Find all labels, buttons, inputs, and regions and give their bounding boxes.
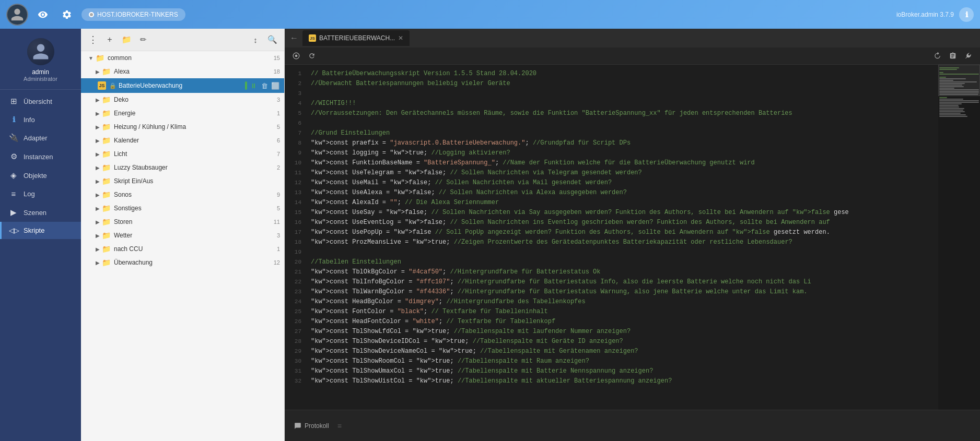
tree-group-energie[interactable]: ▶ 📁 Energie 1 — [81, 106, 284, 120]
file-tree-panel: ⋮ + 📁 ✏ ↕ 🔍 ▼ 📁 common 15 ▶ 📁 Alexa 18 — [81, 29, 285, 441]
common-name: common — [108, 54, 274, 62]
tab-back-btn[interactable]: ← — [287, 33, 301, 43]
rename-btn[interactable]: ✏ — [136, 33, 150, 46]
refresh-btn[interactable] — [306, 50, 318, 62]
tree-group-sonos[interactable]: ▶ 📁 Sonos 9 — [81, 188, 284, 201]
info-icon-btn[interactable]: ℹ — [959, 7, 974, 22]
add-folder-btn[interactable]: 📁 — [120, 33, 133, 46]
wetter-arrow: ▶ — [96, 233, 100, 239]
sidebar: admin Administrator ⊞ Übersicht ℹ Info 🔌… — [0, 29, 81, 441]
sidebar-item-objekte[interactable]: ◈ Objekte — [0, 166, 81, 185]
tree-group-common[interactable]: ▼ 📁 common 15 — [81, 51, 284, 65]
tree-item-batterieueberwachung[interactable]: JS 🔒 BatterieUeberwachung ⏸ 🗑 ⬜ — [81, 78, 284, 93]
code-line-12: "kw">const UseMail = "kw">false; // Soll… — [311, 178, 938, 188]
tree-group-alexa[interactable]: ▶ 📁 Alexa 18 — [81, 65, 284, 78]
tree-group-skrip-ein[interactable]: ▶ 📁 Skript Ein/Aus — [81, 174, 284, 188]
sidebar-item-info[interactable]: ℹ Info — [0, 111, 81, 128]
protokoll-label: Protokoll — [305, 422, 329, 430]
deko-folder-icon: 📁 — [102, 96, 111, 104]
lock-icon: 🔒 — [109, 82, 116, 89]
sidebar-item-adapter[interactable]: 🔌 Adapter — [0, 128, 81, 147]
storen-folder-icon: 📁 — [102, 218, 111, 226]
code-line-22: "kw">const TblInfoBgColor = "#ffc107"; /… — [311, 277, 938, 287]
host-pill[interactable]: HOST.IOBROKER-TINKERS — [81, 8, 185, 21]
sonstiges-folder-icon: 📁 — [102, 204, 111, 212]
common-arrow: ▼ — [88, 55, 94, 61]
code-line-30: "kw">const TblShowRoomCol = "kw">true; /… — [311, 356, 938, 366]
objekte-icon: ◈ — [9, 171, 18, 180]
wrench-btn[interactable] — [962, 50, 975, 62]
eye-button[interactable] — [33, 5, 52, 24]
batterie-pause-btn[interactable]: ⏸ — [249, 81, 258, 90]
tree-group-kalender[interactable]: ▶ 📁 Kalender 6 — [81, 134, 284, 147]
tree-group-luzzy[interactable]: ▶ 📁 Luzzy Staubsauger 2 — [81, 161, 284, 174]
code-line-23: "kw">const TblWarnBgColor = "#f44336"; /… — [311, 287, 938, 297]
bottom-drag-handle[interactable]: ≡ — [337, 422, 342, 430]
code-line-32: "kw">const TblShowUistCol = "kw">true; /… — [311, 376, 938, 386]
tab-label: BATTERIEUEBERWACH... — [319, 34, 395, 42]
code-line-21: "kw">const TblOkBgColor = "#4caf50"; //H… — [311, 267, 938, 277]
tree-group-ueberwachung[interactable]: ▶ 📁 Überwachung 12 — [81, 256, 284, 269]
kalender-arrow: ▶ — [96, 138, 100, 144]
line-numbers: 1234567891011121314151617181920212223242… — [285, 65, 307, 410]
code-line-7: //Grund Einstellungen — [311, 128, 938, 138]
sidebar-item-log[interactable]: ≡ Log — [0, 185, 81, 203]
heizung-count: 5 — [277, 124, 280, 130]
code-line-8: "kw">const praefix = "javascript.0.Batte… — [311, 138, 938, 148]
code-line-4: //WICHTIG!!! — [311, 99, 938, 109]
minimap-content — [938, 65, 980, 120]
history-btn[interactable] — [931, 50, 943, 62]
add-script-btn[interactable]: + — [103, 33, 116, 46]
editor-toolbar — [285, 47, 980, 65]
tree-group-wetter[interactable]: ▶ 📁 Wetter 3 — [81, 229, 284, 242]
sidebar-item-instanzen[interactable]: ⚙ Instanzen — [0, 147, 81, 166]
storen-arrow: ▶ — [96, 219, 100, 225]
sidebar-item-szenen[interactable]: ▶ Szenen — [0, 203, 81, 222]
energie-folder-icon: 📁 — [102, 109, 111, 117]
deko-arrow: ▶ — [96, 97, 100, 103]
tree-group-heizung[interactable]: ▶ 📁 Heizung / Kühlung / Klima 5 — [81, 120, 284, 134]
heizung-name: Heizung / Kühlung / Klima — [114, 123, 277, 130]
batterie-delete-btn[interactable]: 🗑 — [260, 81, 269, 90]
editor-tab-batterie[interactable]: JS BATTERIEUEBERWACH... ✕ — [302, 30, 410, 46]
settings-button[interactable] — [57, 5, 76, 24]
code-line-20: //Tabellen Einstellungen — [311, 257, 938, 267]
sonos-count: 9 — [277, 192, 280, 198]
sidebar-label-objekte: Objekte — [24, 172, 47, 180]
js-badge-batterie: JS — [98, 81, 106, 90]
sidebar-item-skripte[interactable]: ◁▷ Skripte — [0, 222, 81, 239]
tree-group-storen[interactable]: ▶ 📁 Storen 11 — [81, 215, 284, 229]
code-line-9: "kw">const logging = "kw">true; //Loggin… — [311, 148, 938, 158]
minimap[interactable] — [938, 65, 980, 410]
nach-ccu-arrow: ▶ — [96, 246, 100, 252]
batterie-edit-btn[interactable]: ⬜ — [271, 81, 280, 90]
tree-group-deko[interactable]: ▶ 📁 Deko 3 — [81, 93, 284, 106]
code-area[interactable]: // BatterieÜberwachungsskript Version 1.… — [307, 65, 938, 410]
sidebar-label-instanzen: Instanzen — [24, 153, 53, 161]
luzzy-name: Luzzy Staubsauger — [114, 164, 277, 171]
sidebar-label-skripte: Skripte — [24, 227, 44, 234]
sidebar-avatar — [27, 38, 54, 65]
editor-panel: ← JS BATTERIEUEBERWACH... ✕ — [285, 29, 980, 441]
protokoll-tab[interactable]: Protokoll — [290, 420, 333, 432]
tree-group-sonstiges[interactable]: ▶ 📁 Sonstiges 5 — [81, 201, 284, 215]
tree-group-nach-ccu[interactable]: ▶ 📁 nach CCU 1 — [81, 242, 284, 256]
code-line-6 — [311, 118, 938, 128]
search-btn[interactable]: 🔍 — [265, 33, 279, 46]
code-line-2: //Überwacht Batteriespannungen beliebig … — [311, 79, 938, 89]
tab-close-btn[interactable]: ✕ — [398, 34, 403, 42]
energie-count: 1 — [277, 110, 280, 116]
sidebar-item-uebersicht[interactable]: ⊞ Übersicht — [0, 92, 81, 111]
skrip-ein-arrow: ▶ — [96, 178, 100, 184]
luzzy-folder-icon: 📁 — [102, 163, 111, 172]
clipboard-btn[interactable] — [947, 50, 959, 62]
sort-btn[interactable]: ↕ — [249, 33, 262, 46]
sidebar-label-szenen: Szenen — [24, 209, 46, 217]
run-btn[interactable] — [290, 50, 302, 62]
tree-group-licht[interactable]: ▶ 📁 Licht 7 — [81, 147, 284, 161]
sidebar-label-adapter: Adapter — [24, 134, 48, 142]
code-line-29: "kw">const TblShowDeviceNameCol = "kw">t… — [311, 347, 938, 356]
more-options-btn[interactable]: ⋮ — [86, 33, 100, 46]
heizung-arrow: ▶ — [96, 124, 100, 130]
host-label: HOST.IOBROKER-TINKERS — [97, 11, 178, 18]
